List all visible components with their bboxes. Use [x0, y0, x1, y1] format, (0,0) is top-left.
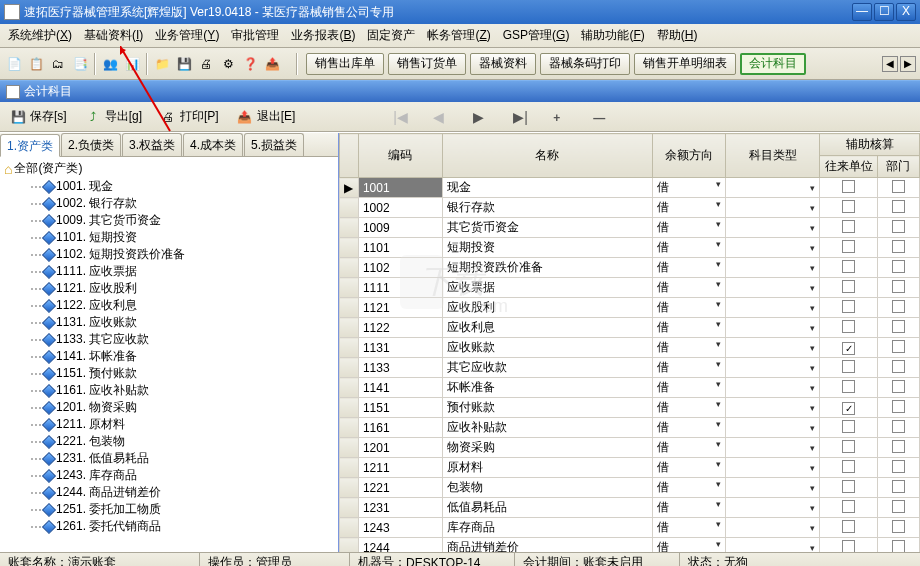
tree-item[interactable]: ⋯1221. 包装物: [4, 433, 334, 450]
cell-type[interactable]: ▾: [725, 258, 819, 278]
save-button[interactable]: 💾保存[s]: [10, 108, 67, 125]
cell-dept[interactable]: [877, 178, 919, 198]
exit-button[interactable]: 📤退出[E]: [237, 108, 296, 125]
menu-item-6[interactable]: 帐务管理(Z): [421, 25, 496, 46]
cell-unit[interactable]: [820, 278, 878, 298]
cell-code[interactable]: 1151: [358, 398, 442, 418]
cell-code[interactable]: 1111: [358, 278, 442, 298]
cell-unit[interactable]: [820, 258, 878, 278]
cell-dir[interactable]: 借▾: [652, 298, 725, 318]
tree-item[interactable]: ⋯1151. 预付账款: [4, 365, 334, 382]
cell-type[interactable]: ▾: [725, 178, 819, 198]
cell-name[interactable]: 原材料: [442, 458, 652, 478]
cell-type[interactable]: ▾: [725, 278, 819, 298]
cell-dept[interactable]: [877, 218, 919, 238]
cell-name[interactable]: 库存商品: [442, 518, 652, 538]
cell-unit[interactable]: ✓: [820, 398, 878, 418]
cell-code[interactable]: 1211: [358, 458, 442, 478]
cell-name[interactable]: 短期投资: [442, 238, 652, 258]
cell-name[interactable]: 应收补贴款: [442, 418, 652, 438]
tree-item[interactable]: ⋯1122. 应收利息: [4, 297, 334, 314]
cell-name[interactable]: 物资采购: [442, 438, 652, 458]
cell-dir[interactable]: 借▾: [652, 518, 725, 538]
prev-button[interactable]: ◀: [433, 109, 449, 125]
tree-item[interactable]: ⋯1002. 银行存款: [4, 195, 334, 212]
cell-type[interactable]: ▾: [725, 538, 819, 553]
cell-dept[interactable]: [877, 398, 919, 418]
cell-code[interactable]: 1231: [358, 498, 442, 518]
table-row[interactable]: 1002银行存款借▾▾: [340, 198, 920, 218]
cell-type[interactable]: ▾: [725, 198, 819, 218]
cell-dept[interactable]: [877, 498, 919, 518]
table-row[interactable]: 1201物资采购借▾▾: [340, 438, 920, 458]
cell-dept[interactable]: [877, 438, 919, 458]
tool-icon-5[interactable]: 👥: [100, 54, 120, 74]
table-row[interactable]: 1141坏帐准备借▾▾: [340, 378, 920, 398]
tree-item[interactable]: ⋯1243. 库存商品: [4, 467, 334, 484]
cell-dept[interactable]: [877, 338, 919, 358]
cell-code[interactable]: 1009: [358, 218, 442, 238]
cell-type[interactable]: ▾: [725, 398, 819, 418]
tab-pill-0[interactable]: 销售出库单: [306, 53, 384, 75]
cell-unit[interactable]: [820, 538, 878, 553]
tree-item[interactable]: ⋯1211. 原材料: [4, 416, 334, 433]
cell-type[interactable]: ▾: [725, 338, 819, 358]
cell-dept[interactable]: [877, 318, 919, 338]
tab-pill-3[interactable]: 器械条码打印: [540, 53, 630, 75]
cell-name[interactable]: 银行存款: [442, 198, 652, 218]
cell-unit[interactable]: [820, 358, 878, 378]
tree-item[interactable]: ⋯1244. 商品进销差价: [4, 484, 334, 501]
tree-item[interactable]: ⋯1141. 坏帐准备: [4, 348, 334, 365]
cell-code[interactable]: 1102: [358, 258, 442, 278]
close-button[interactable]: X: [896, 3, 916, 21]
cell-unit[interactable]: [820, 198, 878, 218]
scroll-left-button[interactable]: ◀: [882, 56, 898, 72]
cell-dept[interactable]: [877, 358, 919, 378]
menu-item-4[interactable]: 业务报表(B): [285, 25, 361, 46]
cell-type[interactable]: ▾: [725, 218, 819, 238]
tree-item[interactable]: ⋯1261. 委托代销商品: [4, 518, 334, 535]
cell-name[interactable]: 商品进销差价: [442, 538, 652, 553]
tool-icon-4[interactable]: 📑: [70, 54, 90, 74]
cell-code[interactable]: 1221: [358, 478, 442, 498]
tree-item[interactable]: ⋯1102. 短期投资跌价准备: [4, 246, 334, 263]
cell-dir[interactable]: 借▾: [652, 478, 725, 498]
tree-item[interactable]: ⋯1201. 物资采购: [4, 399, 334, 416]
cell-type[interactable]: ▾: [725, 478, 819, 498]
cell-code[interactable]: 1201: [358, 438, 442, 458]
tab-pill-4[interactable]: 销售开单明细表: [634, 53, 736, 75]
cell-dept[interactable]: [877, 378, 919, 398]
cell-dept[interactable]: [877, 258, 919, 278]
table-row[interactable]: 1101短期投资借▾▾: [340, 238, 920, 258]
cell-unit[interactable]: [820, 478, 878, 498]
table-row[interactable]: 1231低值易耗品借▾▾: [340, 498, 920, 518]
cell-type[interactable]: ▾: [725, 298, 819, 318]
cell-code[interactable]: 1122: [358, 318, 442, 338]
cell-code[interactable]: 1002: [358, 198, 442, 218]
cell-dir[interactable]: 借▾: [652, 178, 725, 198]
cell-dir[interactable]: 借▾: [652, 358, 725, 378]
tool-icon-8[interactable]: 💾: [174, 54, 194, 74]
cell-type[interactable]: ▾: [725, 418, 819, 438]
tree-item[interactable]: ⋯1101. 短期投资: [4, 229, 334, 246]
col-type[interactable]: 科目类型: [725, 134, 819, 178]
menu-item-3[interactable]: 审批管理: [225, 25, 285, 46]
col-code[interactable]: 编码: [358, 134, 442, 178]
table-row[interactable]: 1121应收股利借▾▾: [340, 298, 920, 318]
menu-item-9[interactable]: 帮助(H): [651, 25, 704, 46]
category-tab-0[interactable]: 1.资产类: [0, 134, 60, 157]
cell-type[interactable]: ▾: [725, 238, 819, 258]
table-row[interactable]: 1009其它货币资金借▾▾: [340, 218, 920, 238]
cell-name[interactable]: 包装物: [442, 478, 652, 498]
cell-dir[interactable]: 借▾: [652, 338, 725, 358]
cell-unit[interactable]: [820, 378, 878, 398]
table-row[interactable]: 1244商品进销差价借▾▾: [340, 538, 920, 553]
cell-dir[interactable]: 借▾: [652, 198, 725, 218]
cell-unit[interactable]: [820, 418, 878, 438]
next-button[interactable]: ▶: [473, 109, 489, 125]
table-row[interactable]: 1131应收账款借▾▾✓: [340, 338, 920, 358]
cell-dir[interactable]: 借▾: [652, 398, 725, 418]
cell-type[interactable]: ▾: [725, 378, 819, 398]
cell-unit[interactable]: [820, 318, 878, 338]
category-tab-1[interactable]: 2.负债类: [61, 133, 121, 156]
